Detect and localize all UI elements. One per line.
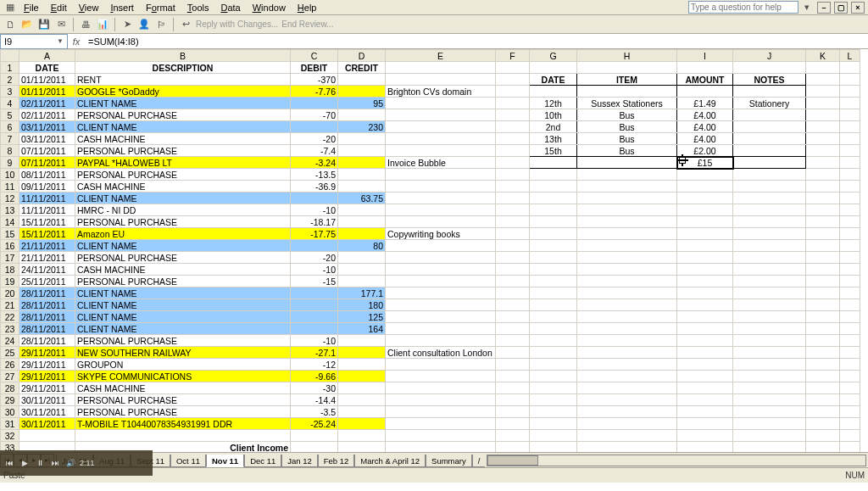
cell[interactable]: £2.00 — [677, 145, 733, 157]
cell[interactable] — [338, 276, 386, 287]
row-header[interactable]: 18 — [1, 264, 19, 276]
cell[interactable] — [733, 133, 806, 145]
cell[interactable] — [577, 252, 677, 264]
cell[interactable] — [677, 276, 733, 287]
cell[interactable] — [386, 311, 496, 323]
cell[interactable] — [530, 442, 577, 453]
cell[interactable] — [496, 181, 530, 192]
cell[interactable] — [840, 323, 860, 335]
cell[interactable] — [496, 133, 530, 145]
cell[interactable] — [733, 359, 806, 371]
cell[interactable]: 11/11/2011 — [19, 192, 75, 204]
cell[interactable] — [530, 276, 577, 287]
cell[interactable] — [291, 192, 338, 204]
cell[interactable] — [733, 335, 806, 347]
cell[interactable] — [291, 311, 338, 323]
cell[interactable] — [496, 86, 530, 98]
cell[interactable] — [338, 204, 386, 216]
end-review-label[interactable]: End Review... — [281, 20, 333, 29]
cell[interactable] — [733, 299, 806, 311]
col-G[interactable]: G — [530, 50, 577, 62]
cell[interactable] — [386, 145, 496, 157]
cell[interactable] — [496, 74, 530, 86]
cell[interactable] — [530, 299, 577, 311]
cell[interactable] — [291, 121, 338, 133]
cell[interactable] — [496, 276, 530, 287]
media-prev-icon[interactable]: ⏮ — [3, 457, 15, 469]
cell[interactable] — [291, 98, 338, 109]
cell[interactable] — [677, 442, 733, 453]
sheet-tab[interactable]: March & April 12 — [354, 455, 426, 467]
cell[interactable]: DATE — [530, 74, 577, 86]
row-header[interactable]: 16 — [1, 240, 19, 252]
cell[interactable]: 63.75 — [338, 192, 386, 204]
cell[interactable]: PERSONAL PURCHASE — [75, 252, 291, 264]
row-header[interactable]: 31 — [1, 418, 19, 430]
cell[interactable] — [806, 371, 840, 382]
cell[interactable] — [733, 264, 806, 276]
cell[interactable] — [677, 394, 733, 406]
cell[interactable] — [338, 394, 386, 406]
cell[interactable] — [840, 240, 860, 252]
cell[interactable]: 29/11/2011 — [19, 382, 75, 394]
cell[interactable]: CASH MACHINE — [75, 264, 291, 276]
cell[interactable] — [733, 430, 806, 442]
cell[interactable] — [577, 299, 677, 311]
menu-format[interactable]: Format — [141, 2, 181, 14]
cell[interactable]: 24/11/2011 — [19, 264, 75, 276]
cell[interactable] — [338, 145, 386, 157]
cell[interactable] — [386, 371, 496, 382]
cell[interactable]: 03/11/2011 — [19, 121, 75, 133]
cell[interactable]: -17.75 — [291, 228, 338, 240]
select-all-corner[interactable] — [1, 50, 19, 62]
cell[interactable]: -10 — [291, 335, 338, 347]
cell[interactable] — [19, 430, 75, 442]
cell[interactable] — [386, 264, 496, 276]
cell[interactable]: CASH MACHINE — [75, 133, 291, 145]
menu-tools[interactable]: Tools — [182, 2, 214, 14]
cell[interactable] — [733, 442, 806, 453]
cell[interactable] — [496, 382, 530, 394]
cell[interactable] — [530, 418, 577, 430]
cell[interactable]: 25/11/2011 — [19, 276, 75, 287]
cell[interactable]: PERSONAL PURCHASE — [75, 276, 291, 287]
cell[interactable] — [496, 169, 530, 181]
cell[interactable] — [386, 121, 496, 133]
cell[interactable] — [530, 382, 577, 394]
cell[interactable] — [733, 169, 806, 181]
cell[interactable] — [386, 430, 496, 442]
cell[interactable] — [577, 442, 677, 453]
row-header[interactable]: 29 — [1, 394, 19, 406]
cell[interactable] — [338, 157, 386, 169]
media-next-icon[interactable]: ⏭ — [49, 457, 61, 469]
row-header[interactable]: 1 — [1, 62, 19, 74]
cell[interactable] — [840, 276, 860, 287]
cell[interactable]: PERSONAL PURCHASE — [75, 216, 291, 228]
cell[interactable] — [733, 276, 806, 287]
cell[interactable]: 15th — [530, 145, 577, 157]
cell[interactable] — [577, 359, 677, 371]
cell[interactable] — [386, 181, 496, 192]
sheet-tab[interactable]: Feb 12 — [318, 455, 355, 467]
cell[interactable] — [530, 240, 577, 252]
cell[interactable] — [806, 406, 840, 418]
cell[interactable] — [733, 323, 806, 335]
cell[interactable]: Bus — [577, 121, 677, 133]
cell[interactable] — [338, 335, 386, 347]
cell[interactable] — [496, 216, 530, 228]
cell[interactable] — [840, 418, 860, 430]
cell[interactable]: -36.9 — [291, 181, 338, 192]
cell[interactable] — [496, 109, 530, 121]
horizontal-scrollbar[interactable] — [487, 455, 866, 466]
name-box[interactable]: I9 ▼ — [0, 34, 68, 49]
cell[interactable]: 28/11/2011 — [19, 311, 75, 323]
cell[interactable] — [840, 382, 860, 394]
cell[interactable] — [577, 382, 677, 394]
cell[interactable] — [840, 252, 860, 264]
media-player-overlay[interactable]: ⏮ ▶ ⏸ ⏭ 🔊 2:11 — [0, 450, 153, 476]
cell[interactable] — [677, 86, 733, 98]
menu-insert[interactable]: Insert — [105, 2, 139, 14]
cell[interactable] — [386, 98, 496, 109]
cell[interactable] — [806, 133, 840, 145]
cell[interactable] — [291, 299, 338, 311]
